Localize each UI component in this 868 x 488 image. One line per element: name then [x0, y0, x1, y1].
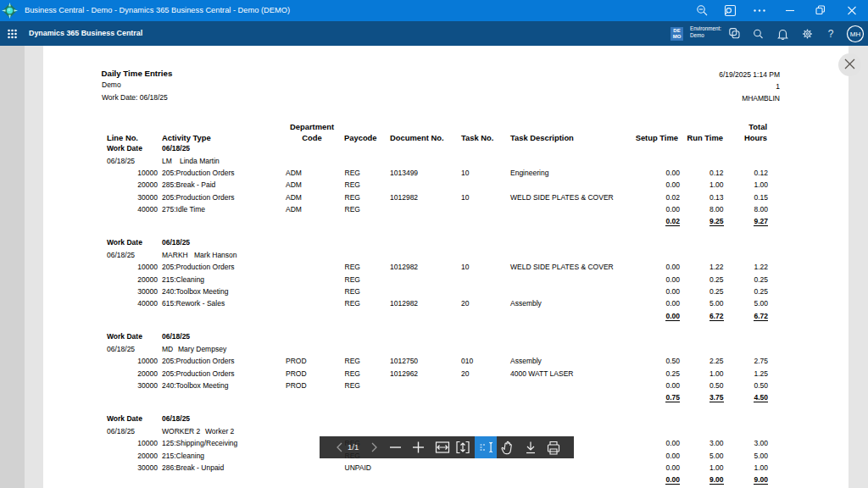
svg-text:?: ? [828, 28, 834, 40]
svg-text:MH: MH [850, 30, 861, 38]
